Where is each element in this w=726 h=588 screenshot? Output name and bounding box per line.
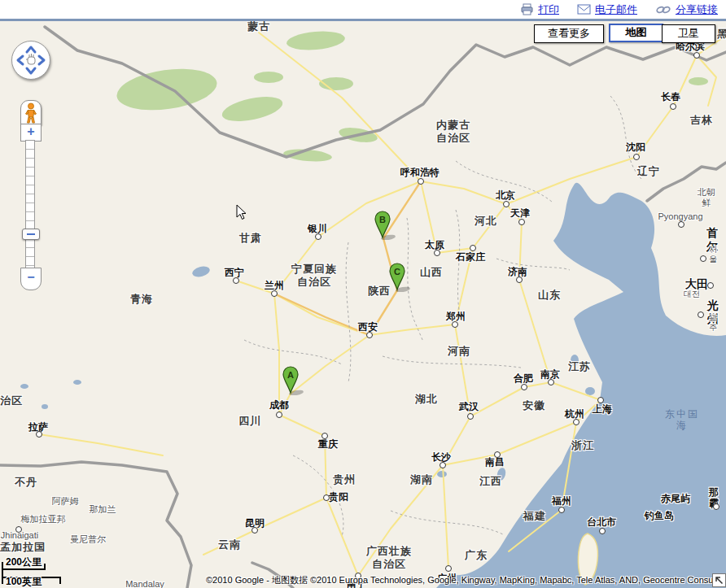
pan-down-arrow <box>27 68 35 73</box>
printer-icon <box>520 3 534 15</box>
arrow-up-left-icon <box>713 574 725 586</box>
pan-left-arrow <box>18 56 23 64</box>
street-view-pegman[interactable] <box>20 100 42 125</box>
pegman-icon <box>21 101 41 124</box>
scale-miles-label: 100英里 <box>6 575 42 588</box>
pan-right-arrow <box>39 56 44 64</box>
svg-text:A: A <box>287 370 294 380</box>
copyright-text: ©2010 Google - 地图数据 ©2010 Europa Technol… <box>206 575 726 585</box>
marker-pin-b[interactable]: B <box>374 211 398 240</box>
svg-text:C: C <box>394 267 400 277</box>
svg-text:B: B <box>379 215 386 224</box>
zoom-slider-track[interactable] <box>25 140 35 268</box>
pan-up-arrow <box>27 47 35 52</box>
hand-icon <box>26 54 35 64</box>
print-label[interactable]: 打印 <box>538 2 559 17</box>
email-link[interactable]: 电子邮件 <box>577 2 637 17</box>
map-view-button[interactable]: 地图 <box>609 24 663 42</box>
attribution: ©2010 Google - 地图数据 ©2010 Europa Technol… <box>206 574 726 586</box>
zoom-out-button[interactable]: − <box>20 268 42 290</box>
share-link[interactable]: 分享链接 <box>655 2 718 17</box>
map-markers-layer: A B C <box>0 19 726 588</box>
map-top-border <box>0 19 726 21</box>
see-more-button[interactable]: 查看更多 <box>534 24 604 43</box>
map-viewport[interactable]: 蒙古黑哈尔滨长春吉林内蒙古 自治区沈阳辽宁呼和浩特北京天津北朝鲜Pyongyan… <box>0 19 726 588</box>
scale-km-label: 200公里 <box>6 555 42 569</box>
share-label[interactable]: 分享链接 <box>676 2 718 17</box>
zoom-slider-handle[interactable] <box>22 229 40 240</box>
marker-pin-c[interactable]: C <box>388 263 413 292</box>
email-label[interactable]: 电子邮件 <box>595 2 637 17</box>
toolbar: 打印 电子邮件 分享链接 <box>0 0 726 19</box>
zoom-in-button[interactable]: + <box>20 124 42 142</box>
print-link[interactable]: 打印 <box>520 2 559 17</box>
collapse-arrow-button[interactable] <box>712 573 726 587</box>
pan-control[interactable] <box>11 41 50 80</box>
satellite-view-button[interactable]: 卫星 <box>662 24 715 43</box>
chain-link-icon <box>655 5 671 15</box>
envelope-icon <box>577 4 591 15</box>
marker-pin-a[interactable]: A <box>282 366 306 395</box>
